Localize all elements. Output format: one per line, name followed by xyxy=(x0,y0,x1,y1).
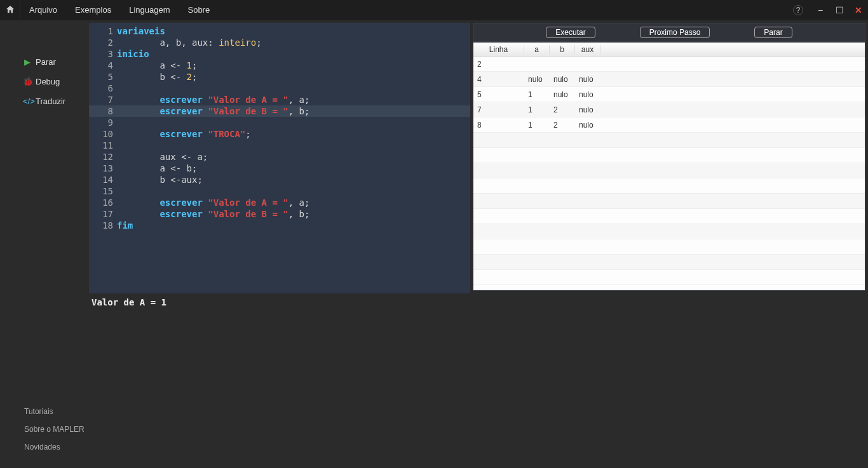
col-aux[interactable]: aux xyxy=(575,45,600,54)
code-line[interactable]: 15 xyxy=(89,185,470,197)
table-row[interactable]: 812nulo xyxy=(473,117,865,133)
gutter-marker xyxy=(89,117,98,128)
code-content: variaveis xyxy=(117,25,165,37)
code-line[interactable]: 16 escrever "Valor de A = ", a; xyxy=(89,197,470,208)
console-output: Valor de A = 1 xyxy=(89,293,868,311)
code-line[interactable]: 7 escrever "Valor de A = ", a; xyxy=(89,94,470,105)
sidebar: ▶ Parar 🐞 Debug </> Traduzir xyxy=(0,20,89,293)
gutter-marker xyxy=(89,140,98,151)
gutter-marker xyxy=(89,197,98,208)
play-icon: ▶ xyxy=(23,57,32,67)
editor-pane[interactable]: 1variaveis2 a, b, aux: inteiro;3inicio4 … xyxy=(89,23,470,293)
code-line[interactable]: 1variaveis xyxy=(89,25,470,37)
table-row[interactable]: 51nulonulo xyxy=(473,87,865,102)
gutter-number: 2 xyxy=(98,37,117,48)
debug-table-body: 24nulonulonulo51nulonulo712nulo812nulo xyxy=(473,57,865,285)
code-line[interactable]: 5 b <- 2; xyxy=(89,71,470,83)
gutter-marker xyxy=(89,208,98,220)
code-line[interactable]: 3inicio xyxy=(89,48,470,60)
help-button[interactable]: ? xyxy=(793,5,803,15)
code-line[interactable]: 18fim xyxy=(89,220,470,231)
table-row-empty xyxy=(473,255,865,270)
debug-pane: Executar Proximo Passo Parar Linha a b a… xyxy=(473,23,865,293)
sidebar-item-parar[interactable]: ▶ Parar xyxy=(0,52,89,72)
executar-button[interactable]: Executar xyxy=(546,27,595,38)
code-line[interactable]: 10 escrever "TROCA"; xyxy=(89,128,470,140)
minimize-icon: − xyxy=(818,5,823,15)
bug-icon: 🐞 xyxy=(23,77,32,86)
col-a[interactable]: a xyxy=(524,45,550,54)
cell-linha: 4 xyxy=(473,75,524,84)
bottom-link[interactable]: Novidades xyxy=(24,443,85,451)
gutter-number: 1 xyxy=(98,25,117,37)
bottom-link[interactable]: Tutoriais xyxy=(24,407,85,416)
code-line[interactable]: 9 xyxy=(89,117,470,128)
maximize-button[interactable]: ☐ xyxy=(830,0,849,20)
table-row[interactable]: 2 xyxy=(473,57,865,72)
menu-item-exemplos[interactable]: Exemplos xyxy=(66,0,120,20)
table-row[interactable]: 712nulo xyxy=(473,102,865,117)
console-line: Valor de A = 1 xyxy=(92,297,166,307)
cell-b: nulo xyxy=(550,75,575,84)
parar-button[interactable]: Parar xyxy=(754,27,792,38)
code-content: a <- 1; xyxy=(117,60,197,71)
menu-item-linguagem[interactable]: Linguagem xyxy=(120,0,179,20)
menu-item-arquivo[interactable]: Arquivo xyxy=(20,0,66,20)
gutter-number: 15 xyxy=(98,185,117,197)
code-line[interactable]: 6 xyxy=(89,83,470,94)
table-row[interactable]: 4nulonulonulo xyxy=(473,72,865,87)
gutter-marker xyxy=(89,71,98,83)
gutter-number: 9 xyxy=(98,117,117,128)
table-row-empty xyxy=(473,194,865,209)
cell-aux: nulo xyxy=(575,90,600,99)
code-line[interactable]: 14 b <-aux; xyxy=(89,174,470,185)
gutter-marker xyxy=(89,151,98,163)
bottom-links: TutoriaisSobre o MAPLERNovidades xyxy=(24,407,85,451)
table-row-empty xyxy=(473,209,865,224)
code-content: fim xyxy=(117,220,133,231)
gutter-marker xyxy=(89,128,98,140)
gutter-number: 12 xyxy=(98,151,117,163)
home-button[interactable] xyxy=(0,0,20,20)
cell-a: 1 xyxy=(524,105,550,114)
cell-linha: 2 xyxy=(473,60,524,69)
gutter-marker xyxy=(89,83,98,94)
menu-item-sobre[interactable]: Sobre xyxy=(179,0,219,20)
gutter-number: 11 xyxy=(98,140,117,151)
code-content: aux <- a; xyxy=(117,151,208,163)
code-line[interactable]: 11 xyxy=(89,140,470,151)
col-b[interactable]: b xyxy=(550,45,575,54)
code-line[interactable]: 12 aux <- a; xyxy=(89,151,470,163)
code-line[interactable]: 17 escrever "Valor de B = ", b; xyxy=(89,208,470,220)
code-line[interactable]: 2 a, b, aux: inteiro; xyxy=(89,37,470,48)
col-linha[interactable]: Linha xyxy=(473,45,524,54)
main-row: ▶ Parar 🐞 Debug </> Traduzir 1variaveis2… xyxy=(0,20,868,293)
bottom-link[interactable]: Sobre o MAPLER xyxy=(24,425,85,434)
table-row-empty xyxy=(473,148,865,163)
code-area[interactable]: 1variaveis2 a, b, aux: inteiro;3inicio4 … xyxy=(89,23,470,231)
close-button[interactable]: ✕ xyxy=(849,0,868,20)
gutter-number: 6 xyxy=(98,83,117,94)
code-line[interactable]: 8 escrever "Valor de B = ", b; xyxy=(89,105,470,117)
gutter-number: 4 xyxy=(98,60,117,71)
code-content: a, b, aux: inteiro; xyxy=(117,37,262,48)
code-icon: </> xyxy=(23,97,32,106)
code-line[interactable]: 4 a <- 1; xyxy=(89,60,470,71)
gutter-number: 5 xyxy=(98,71,117,83)
code-content: escrever "Valor de A = ", a; xyxy=(117,197,309,208)
sidebar-item-traduzir[interactable]: </> Traduzir xyxy=(0,91,89,111)
debug-table: Linha a b aux 24nulonulonulo51nulonulo71… xyxy=(473,42,865,291)
minimize-button[interactable]: − xyxy=(811,0,830,20)
code-content: escrever "Valor de B = ", b; xyxy=(117,105,309,117)
sidebar-item-debug[interactable]: 🐞 Debug xyxy=(0,72,89,91)
code-line[interactable]: 13 a <- b; xyxy=(89,163,470,174)
menubar: ArquivoExemplosLinguagemSobre xyxy=(20,0,219,20)
cell-b: 2 xyxy=(550,121,575,130)
cell-a: 1 xyxy=(524,121,550,130)
debug-table-header: Linha a b aux xyxy=(473,43,865,57)
proximo-passo-button[interactable]: Proximo Passo xyxy=(640,27,710,38)
gutter-number: 17 xyxy=(98,208,117,220)
titlebar-right: ? − ☐ ✕ xyxy=(793,0,868,20)
cell-linha: 8 xyxy=(473,121,524,130)
gutter-number: 14 xyxy=(98,174,117,185)
